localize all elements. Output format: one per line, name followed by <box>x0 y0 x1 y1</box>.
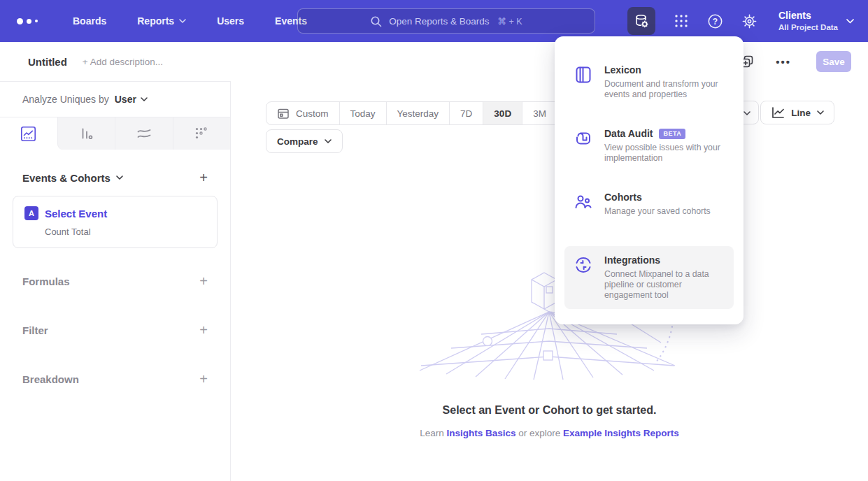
empty-state-subtitle: Learn Insights Basics or explore Example… <box>231 428 868 438</box>
mixpanel-logo-dots-icon[interactable] <box>17 18 45 24</box>
nav-item-boards[interactable]: Boards <box>73 15 106 27</box>
top-navbar: Boards Reports Users Events Open Reports… <box>0 0 868 42</box>
event-row: A Select Event <box>24 206 206 220</box>
chart-type-tabs <box>0 117 230 150</box>
report-title[interactable]: Untitled <box>28 56 67 68</box>
data-management-popover: Lexicon Document and transform your even… <box>555 36 744 324</box>
more-options-button[interactable]: ••• <box>776 56 791 68</box>
range-7d[interactable]: 7D <box>449 102 483 124</box>
range-30d-selected[interactable]: 30D <box>483 102 522 124</box>
chevron-down-icon <box>744 111 750 115</box>
integrations-title: Integrations <box>604 254 660 266</box>
insights-basics-link[interactable]: Insights Basics <box>446 428 515 438</box>
breakdown-label: Breakdown <box>22 373 79 385</box>
chevron-down-icon <box>179 19 186 23</box>
event-series-badge: A <box>24 206 38 220</box>
integrations-description: Connect Mixpanel to a data pipeline or c… <box>604 269 724 301</box>
save-button[interactable]: Save <box>816 51 851 72</box>
calendar-icon <box>277 107 290 120</box>
formulas-label: Formulas <box>22 275 70 287</box>
compare-dropdown[interactable]: Compare <box>266 129 343 153</box>
bar-chart-icon <box>78 126 94 142</box>
report-main-area: Custom Today Yesterday 7D 30D 3M 6M Comp… <box>231 81 868 481</box>
help-button[interactable]: ? <box>707 13 723 29</box>
navbar-right-tools: ? Clients All Project Data <box>627 7 854 35</box>
cohorts-title: Cohorts <box>604 192 642 203</box>
tab-line-chart[interactable] <box>0 117 57 150</box>
search-shortcut: ⌘ + K <box>498 16 522 27</box>
data-audit-description: View possible issues with your implement… <box>604 143 724 164</box>
chevron-down-icon <box>116 175 123 180</box>
cohorts-people-icon <box>574 192 592 217</box>
primary-nav: Boards Reports Users Events <box>73 15 307 27</box>
project-name: Clients <box>778 10 838 22</box>
explore-middle: or explore <box>518 428 560 438</box>
nav-item-reports[interactable]: Reports <box>137 15 186 27</box>
stacked-chart-icon <box>136 125 152 142</box>
range-custom[interactable]: Custom <box>266 102 339 124</box>
lexicon-description: Document and transform your events and p… <box>604 79 724 100</box>
chart-style-dropdown[interactable]: Line <box>760 101 834 124</box>
analyze-by-row: Analyze Uniques by User <box>0 82 230 117</box>
search-icon <box>370 15 382 27</box>
menu-item-cohorts[interactable]: Cohorts Manage your saved cohorts <box>564 183 734 225</box>
event-metric-selector[interactable]: Count Total <box>45 227 206 237</box>
mixpanel-insights-app: Boards Reports Users Events Open Reports… <box>0 0 868 481</box>
query-builder-sidebar: Analyze Uniques by User <box>0 81 231 481</box>
range-today[interactable]: Today <box>339 102 386 124</box>
metrics-grid-icon <box>194 126 209 141</box>
apps-grid-icon <box>674 13 689 29</box>
lexicon-title: Lexicon <box>604 64 641 76</box>
event-card[interactable]: A Select Event Count Total <box>13 196 218 248</box>
tab-bar-chart[interactable] <box>57 117 115 150</box>
chevron-down-icon <box>141 97 148 101</box>
add-formula-button[interactable]: + <box>199 274 208 288</box>
menu-item-lexicon[interactable]: Lexicon Document and transform your even… <box>564 56 734 108</box>
line-chart-style-icon <box>771 106 785 120</box>
data-audit-title: Data Audit <box>604 128 653 139</box>
chevron-down-icon <box>846 19 854 24</box>
tab-metrics-grid[interactable] <box>173 117 231 150</box>
filter-section: Filter + <box>0 322 230 338</box>
integrations-sync-icon <box>574 254 592 301</box>
learn-prefix: Learn <box>420 428 444 438</box>
settings-gear-icon <box>741 13 757 29</box>
search-placeholder: Open Reports & Boards <box>389 16 489 27</box>
chevron-down-icon <box>325 139 332 143</box>
help-icon: ? <box>707 13 723 29</box>
add-event-button[interactable]: + <box>199 171 208 185</box>
report-header-actions: ••• Save <box>739 51 851 72</box>
data-management-icon <box>633 13 650 29</box>
formulas-section: Formulas + <box>0 273 230 289</box>
range-yesterday[interactable]: Yesterday <box>386 102 450 124</box>
analyze-by-selector[interactable]: User <box>115 94 148 105</box>
nav-item-users[interactable]: Users <box>217 15 244 27</box>
report-description-placeholder[interactable]: + Add description... <box>83 57 163 67</box>
chevron-down-icon <box>817 110 824 115</box>
range-3m[interactable]: 3M <box>522 102 557 124</box>
breakdown-section: Breakdown + <box>0 371 230 387</box>
settings-button[interactable] <box>741 13 757 29</box>
example-reports-link[interactable]: Example Insights Reports <box>563 428 679 438</box>
empty-state-title: Select an Event or Cohort to get started… <box>231 404 868 417</box>
select-event-button[interactable]: Select Event <box>45 208 107 220</box>
date-range-control: Custom Today Yesterday 7D 30D 3M 6M <box>266 101 592 125</box>
project-switcher[interactable]: Clients All Project Data <box>778 10 854 32</box>
data-audit-icon <box>574 128 592 164</box>
add-filter-button[interactable]: + <box>199 323 208 337</box>
apps-grid-button[interactable] <box>674 13 689 29</box>
tab-stacked-chart[interactable] <box>115 117 173 150</box>
filter-label: Filter <box>22 324 48 336</box>
events-cohorts-toggle[interactable]: Events & Cohorts <box>22 172 123 184</box>
svg-text:?: ? <box>713 16 718 26</box>
cohorts-description: Manage your saved cohorts <box>604 206 711 217</box>
line-chart-icon <box>20 126 36 142</box>
global-search-input[interactable]: Open Reports & Boards ⌘ + K <box>297 8 595 34</box>
analyze-by-label: Analyze Uniques by <box>22 94 109 105</box>
data-management-button[interactable] <box>627 7 655 35</box>
menu-item-data-audit[interactable]: Data Audit BETA View possible issues wit… <box>564 120 734 172</box>
add-breakdown-button[interactable]: + <box>199 372 208 386</box>
menu-item-integrations[interactable]: Integrations Connect Mixpanel to a data … <box>564 246 734 309</box>
lexicon-book-icon <box>574 64 592 100</box>
events-cohorts-header: Events & Cohorts + <box>22 171 208 185</box>
